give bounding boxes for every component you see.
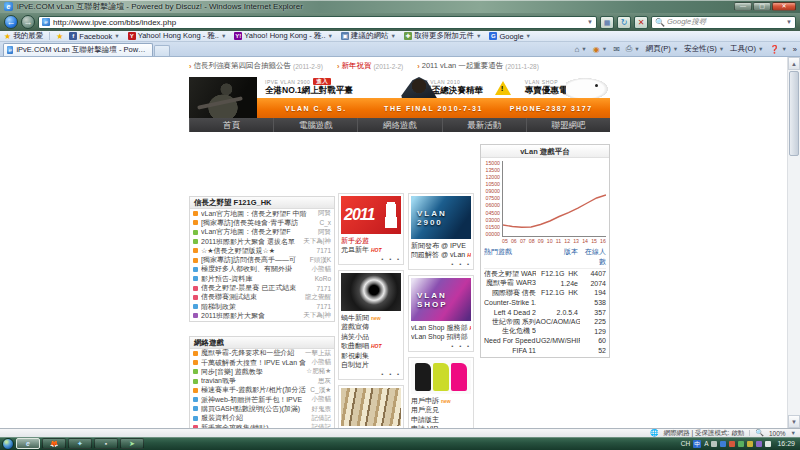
add-favorite-button[interactable]: ★ bbox=[56, 32, 63, 41]
tile-link[interactable]: 問題解答 @ vLan HOT bbox=[411, 251, 471, 261]
thread-row[interactable]: 極速賽車手-遊戲影片/相片(加分活 C_漢★ bbox=[190, 386, 334, 395]
thread-row[interactable]: 同步[音樂] 遊戲教學 ☆肥豬★ bbox=[190, 367, 334, 376]
thread-row[interactable]: 服裝資料介紹 記倩記 bbox=[190, 414, 334, 423]
url-text[interactable]: http://www.ipve.com/bbs/index.php bbox=[53, 18, 584, 27]
nav-item[interactable]: 最新活動 bbox=[442, 118, 526, 132]
scrollbar-thumb[interactable] bbox=[789, 71, 799, 156]
thread-row[interactable]: [獨家專訪]信長英雄會·青手專訪 C_x bbox=[190, 218, 334, 227]
minimize-button[interactable]: — bbox=[734, 2, 752, 11]
tray-icon[interactable] bbox=[756, 441, 762, 447]
thread-row[interactable]: 2011班際影片大聚會 選拔名單 天下為|神 bbox=[190, 237, 334, 246]
tray-icon[interactable] bbox=[720, 441, 726, 447]
tile-link[interactable]: 新手必遊 bbox=[341, 236, 401, 246]
thread-row[interactable]: 極度好多人都收到、有關外掛 小熊貓 bbox=[190, 265, 334, 274]
favorites-bar-item[interactable]: Y! Yahoo! Hong Kong - 雅.. ▼ bbox=[234, 31, 333, 41]
start-button[interactable] bbox=[2, 438, 14, 450]
ime-alpha-indicator[interactable]: A bbox=[704, 440, 708, 447]
tile-link[interactable]: vLan Shop 服務部 HOT bbox=[411, 323, 471, 333]
game-row[interactable]: Need For Speed 系列 UG2/MW/SHIFT 60 bbox=[484, 336, 606, 346]
nav-item[interactable]: 電腦遊戲 bbox=[273, 118, 357, 132]
game-row[interactable]: FIFA 11 52 bbox=[484, 346, 606, 356]
thread-row[interactable]: 魔獸爭霸-先鋒要求和一些介紹 一擊上茲 bbox=[190, 349, 334, 358]
tile-link[interactable]: 用戶意見 bbox=[411, 406, 471, 416]
language-indicator[interactable]: CH bbox=[681, 440, 690, 447]
print-button[interactable]: ⎙▼ bbox=[626, 44, 640, 54]
thread-row[interactable]: 信長聯賽測試結束 龍之覺醒 bbox=[190, 293, 334, 302]
help-button[interactable]: ❓▼ bbox=[769, 45, 786, 54]
back-button[interactable]: ← bbox=[4, 15, 18, 29]
game-row[interactable]: 信長之野望 WAR3 F12.1G_HK 4407 bbox=[484, 269, 606, 279]
col-header-game[interactable]: 熱門遊戲 bbox=[484, 247, 536, 267]
thread-row[interactable]: vLan官方地圖：信長之野望F 中階 阿賢 bbox=[190, 209, 334, 218]
tile-2011-image[interactable]: 2011 bbox=[341, 196, 401, 234]
nav-item[interactable]: 首頁 bbox=[189, 118, 273, 132]
search-input[interactable]: 🔍 Google搜尋 ▼ bbox=[651, 16, 796, 29]
active-tab[interactable]: e iPvE.COM vLan 互聯射擊論壇 - Powered by Dis.… bbox=[3, 43, 153, 56]
thread-row[interactable]: 影片預告-資料庫 KoRo bbox=[190, 274, 334, 283]
notice-link[interactable]: › 2011 vLan 一起重要通告 (2011-1-28) bbox=[417, 61, 539, 71]
tile-cards-image[interactable] bbox=[411, 360, 471, 394]
maximize-button[interactable]: ▢ bbox=[753, 2, 771, 11]
thread-row[interactable]: 信長之野望-晨星賽 已正式結束 7171 bbox=[190, 283, 334, 292]
game-row[interactable]: Left 4 Dead 2 2.0.5.4 357 bbox=[484, 307, 606, 317]
forward-button[interactable]: → bbox=[21, 15, 35, 29]
page-menu-button[interactable]: 網頁(P)▼ bbox=[646, 44, 678, 54]
tray-icon[interactable] bbox=[711, 441, 717, 447]
favorites-bar-item[interactable]: ✚ 取得更多附加元件 ▼ bbox=[404, 31, 481, 41]
col-header-online[interactable]: 在線人數 bbox=[580, 247, 606, 267]
tray-icon[interactable] bbox=[738, 441, 744, 447]
tools-menu-button[interactable]: 工具(O)▼ bbox=[730, 44, 763, 54]
thread-row[interactable]: 階梯制政策 7171 bbox=[190, 302, 334, 311]
close-button[interactable]: ✕ bbox=[772, 2, 796, 11]
address-dropdown-icon[interactable]: ▼ bbox=[587, 19, 593, 25]
favorites-bar-item[interactable]: Y Yahoo! Hong Kong - 雅.. ▼ bbox=[128, 31, 227, 41]
favorites-bar-item[interactable]: ▣ 建議的網站 ▼ bbox=[341, 31, 396, 41]
scroll-down-arrow[interactable]: ▼ bbox=[788, 415, 800, 428]
tile-link[interactable]: 自制短片 bbox=[341, 361, 401, 371]
favorites-bar-item[interactable]: f Facebook ▼ bbox=[69, 32, 119, 41]
favorites-button[interactable]: ★ 我的最愛 bbox=[4, 31, 43, 41]
tile-link[interactable]: 用戶申訴 new bbox=[411, 396, 471, 406]
taskbar-firefox-button[interactable]: 🦊 bbox=[42, 438, 66, 449]
nav-item[interactable]: 聯盟網吧 bbox=[526, 118, 610, 132]
top-banner[interactable]: IPVE VLAN 2900 進入 全港NO.1網上對戰平臺 IPVE VLAN… bbox=[189, 77, 610, 118]
overflow-chevron-icon[interactable]: » bbox=[793, 45, 797, 54]
thread-row[interactable]: 2011班際影片大聚會 天下為|神 bbox=[190, 311, 334, 320]
volume-icon[interactable] bbox=[765, 441, 771, 447]
feeds-button[interactable]: ◉▼ bbox=[593, 45, 607, 54]
taskbar-app2-button[interactable]: ➤ bbox=[120, 438, 144, 449]
tile-link[interactable]: 新聞發布 @ IPVE bbox=[411, 241, 471, 251]
game-row[interactable]: Counter-Strike 1.6 538 bbox=[484, 298, 606, 308]
notice-link[interactable]: › 新年祝賀 (2011-2-2) bbox=[337, 61, 403, 71]
refresh-button[interactable]: ↻ bbox=[617, 16, 631, 29]
taskbar-messenger-button[interactable]: ✦ bbox=[68, 438, 92, 449]
game-row[interactable]: 國際聯賽 信長 F12.1G_HK 194 bbox=[484, 288, 606, 298]
nav-item[interactable]: 網絡遊戲 bbox=[357, 118, 441, 132]
tile-link[interactable]: 影視劇集 bbox=[341, 351, 401, 361]
zoom-level[interactable]: 100% bbox=[769, 430, 786, 437]
more-dots-icon[interactable]: • • • bbox=[341, 255, 401, 262]
thread-row[interactable]: [獨家專訪]訪問信長高手——可 F頭漢K bbox=[190, 255, 334, 264]
favorites-bar-item[interactable]: G Google ▼ bbox=[489, 32, 531, 41]
tray-icon[interactable] bbox=[729, 441, 735, 447]
game-row[interactable]: 生化危機 5 129 bbox=[484, 327, 606, 337]
taskbar-clock[interactable]: 16:29 bbox=[774, 440, 798, 447]
tile-link[interactable]: 遊戲宣傳 bbox=[341, 323, 401, 333]
tile-books-image[interactable] bbox=[341, 388, 401, 426]
game-row[interactable]: 魔獸爭霸 WAR3 1.24e 2074 bbox=[484, 279, 606, 289]
address-input[interactable]: e http://www.ipve.com/bbs/index.php ▼ bbox=[38, 16, 597, 29]
tray-icon[interactable] bbox=[747, 441, 753, 447]
thread-row[interactable]: 購買GASH點數說明(公告)(加滿) 好鬼票 bbox=[190, 404, 334, 413]
stop-button[interactable]: ✕ bbox=[634, 16, 648, 29]
compatibility-view-button[interactable]: ▦ bbox=[600, 16, 614, 29]
vertical-scrollbar[interactable]: ▲ ▼ bbox=[787, 57, 800, 428]
tile-link[interactable]: 蝸牛新聞 new bbox=[341, 313, 401, 323]
notice-link[interactable]: › 信長列強賽第四回合抽籤公告 (2011-2-9) bbox=[189, 61, 323, 71]
more-dots-icon[interactable]: • • • bbox=[411, 342, 471, 349]
thread-row[interactable]: 千萬破解番大搜查！IPVE vLan 會 小熊貓 bbox=[190, 358, 334, 367]
tile-link[interactable]: 歌曲翻唱 HOT bbox=[341, 342, 401, 352]
tile-link[interactable]: vLan Shop 招聘部 bbox=[411, 333, 471, 343]
thread-row[interactable]: travian戰爭 思灰 bbox=[190, 376, 334, 385]
taskbar-app-button[interactable]: ▪ bbox=[94, 438, 118, 449]
tile-link[interactable]: 元旦新年 HOT bbox=[341, 246, 401, 256]
